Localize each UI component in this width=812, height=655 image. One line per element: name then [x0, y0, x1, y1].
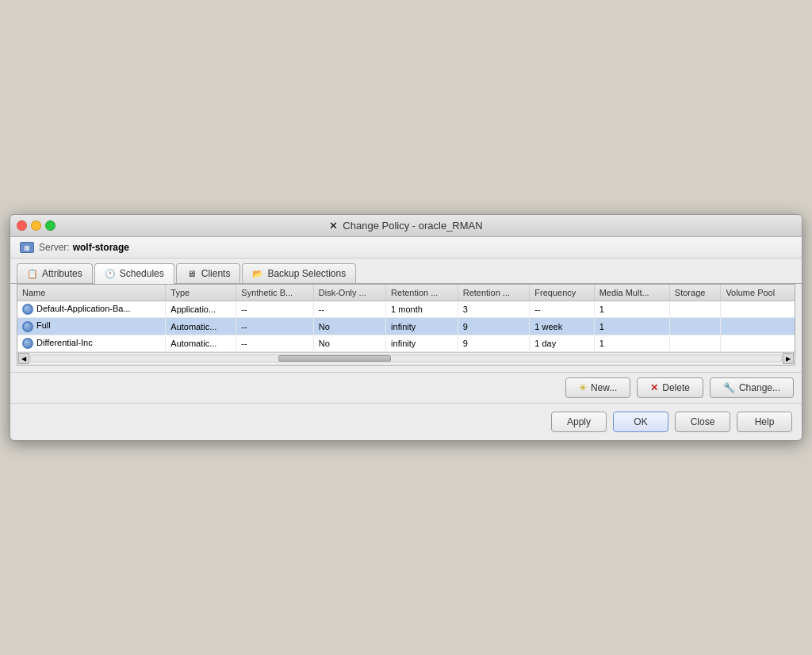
cell-storage	[669, 318, 721, 335]
footer-buttons-area: Apply OK Close Help	[10, 407, 802, 440]
cell-retention_level: 9	[458, 318, 530, 335]
cell-type: Applicatio...	[166, 301, 236, 318]
delete-icon: ✕	[650, 382, 658, 393]
cell-synthetic: --	[236, 301, 313, 318]
schedules-table: Name Type Synthetic B... Disk-Only ... R…	[17, 285, 795, 351]
cell-retention_type: 1 month	[386, 301, 458, 318]
horizontal-scrollbar[interactable]: ◀ ▶	[17, 352, 795, 365]
col-header-frequency[interactable]: Frequency	[530, 285, 594, 301]
backup-tab-icon: 📂	[252, 268, 263, 279]
tab-clients[interactable]: 🖥 Clients	[176, 263, 241, 283]
content-area: Name Type Synthetic B... Disk-Only ... R…	[17, 284, 795, 365]
tabs-bar: 📋 Attributes 🕐 Schedules 🖥 Clients 📂 Bac…	[10, 259, 802, 284]
cell-disk_only: No	[313, 318, 385, 335]
cell-volume_pool	[721, 335, 795, 351]
action-buttons-area: ✳ New... ✕ Delete 🔧 Change...	[10, 372, 802, 403]
cell-media_mult: 1	[594, 335, 669, 351]
cell-volume_pool	[721, 301, 795, 318]
apply-button[interactable]: Apply	[551, 412, 607, 432]
cell-type: Automatic...	[166, 335, 236, 351]
cell-disk_only: No	[313, 335, 385, 351]
ok-button[interactable]: OK	[613, 412, 668, 432]
cell-type: Automatic...	[166, 318, 236, 335]
col-header-volume-pool[interactable]: Volume Pool	[721, 285, 795, 301]
footer-divider	[10, 403, 802, 404]
tab-attributes[interactable]: 📋 Attributes	[17, 263, 93, 283]
tab-schedules[interactable]: 🕐 Schedules	[94, 263, 174, 284]
window-title: Change Policy - oracle_RMAN	[343, 220, 482, 232]
window-controls	[17, 220, 56, 231]
server-label: Server:	[39, 242, 70, 253]
tab-backup-selections[interactable]: 📂 Backup Selections	[242, 263, 356, 283]
col-header-media-mult[interactable]: Media Mult...	[594, 285, 669, 301]
server-icon: ▦	[20, 242, 34, 253]
title-icon: ✕	[329, 220, 338, 232]
tab-schedules-label: Schedules	[120, 268, 164, 279]
col-header-storage[interactable]: Storage	[669, 285, 721, 301]
table-container[interactable]: Name Type Synthetic B... Disk-Only ... R…	[17, 285, 795, 351]
cell-synthetic: --	[236, 335, 313, 351]
table-row[interactable]: FullAutomatic...--Noinfinity91 week1	[17, 318, 795, 335]
main-window: ✕ Change Policy - oracle_RMAN ▦ Server: …	[10, 214, 802, 440]
tab-backup-label: Backup Selections	[267, 268, 346, 279]
col-header-type[interactable]: Type	[166, 285, 236, 301]
tab-attributes-label: Attributes	[42, 268, 82, 279]
col-header-retention-level[interactable]: Retention ...	[458, 285, 530, 301]
schedule-icon	[22, 304, 33, 315]
scroll-thumb[interactable]	[278, 355, 391, 362]
minimize-button[interactable]	[31, 220, 41, 231]
cell-retention_level: 3	[458, 301, 530, 318]
cell-frequency: --	[530, 301, 594, 318]
cell-name: Differential-Inc	[17, 335, 166, 351]
apply-button-label: Apply	[567, 416, 591, 427]
new-button-label: New...	[591, 382, 617, 393]
table-header-row: Name Type Synthetic B... Disk-Only ... R…	[17, 285, 795, 301]
cell-retention_type: infinity	[386, 318, 458, 335]
cell-frequency: 1 week	[530, 318, 594, 335]
cell-storage	[669, 335, 721, 351]
change-icon: 🔧	[723, 382, 735, 393]
schedule-icon	[22, 321, 33, 332]
cell-media_mult: 1	[594, 301, 669, 318]
cell-storage	[669, 301, 721, 318]
col-header-name[interactable]: Name	[17, 285, 166, 301]
table-row[interactable]: Default-Application-Ba...Applicatio...--…	[17, 301, 795, 318]
clients-tab-icon: 🖥	[186, 268, 197, 279]
cell-retention_type: infinity	[386, 335, 458, 351]
scroll-track[interactable]	[30, 354, 782, 362]
cell-disk_only: --	[313, 301, 385, 318]
cell-name: Default-Application-Ba...	[17, 301, 166, 318]
server-name: wolf-storage	[73, 242, 129, 253]
scroll-right-arrow[interactable]: ▶	[783, 353, 794, 364]
tab-clients-label: Clients	[201, 268, 231, 279]
maximize-button[interactable]	[45, 220, 56, 231]
delete-button-label: Delete	[662, 382, 690, 393]
change-button[interactable]: 🔧 Change...	[710, 377, 794, 398]
col-header-retention-type[interactable]: Retention ...	[386, 285, 458, 301]
new-icon: ✳	[579, 382, 587, 393]
change-button-label: Change...	[739, 382, 780, 393]
help-button[interactable]: Help	[737, 412, 792, 432]
new-button[interactable]: ✳ New...	[565, 377, 630, 398]
close-dialog-button[interactable]: Close	[675, 412, 730, 432]
scroll-left-arrow[interactable]: ◀	[18, 353, 29, 364]
col-header-disk-only[interactable]: Disk-Only ...	[313, 285, 385, 301]
title-bar: ✕ Change Policy - oracle_RMAN	[10, 215, 802, 237]
cell-frequency: 1 day	[530, 335, 594, 351]
close-button-label: Close	[691, 416, 715, 427]
cell-retention_level: 9	[458, 335, 530, 351]
schedule-icon	[22, 338, 33, 349]
cell-media_mult: 1	[594, 318, 669, 335]
cell-name: Full	[17, 318, 166, 335]
col-header-synthetic[interactable]: Synthetic B...	[236, 285, 313, 301]
close-button[interactable]	[17, 220, 27, 231]
help-button-label: Help	[755, 416, 775, 427]
schedules-tab-icon: 🕐	[105, 268, 116, 279]
ok-button-label: OK	[634, 416, 647, 427]
cell-synthetic: --	[236, 318, 313, 335]
server-bar: ▦ Server: wolf-storage	[10, 237, 802, 259]
delete-button[interactable]: ✕ Delete	[637, 377, 703, 398]
cell-volume_pool	[721, 318, 795, 335]
table-row[interactable]: Differential-IncAutomatic...--Noinfinity…	[17, 335, 795, 351]
attributes-tab-icon: 📋	[27, 268, 38, 279]
